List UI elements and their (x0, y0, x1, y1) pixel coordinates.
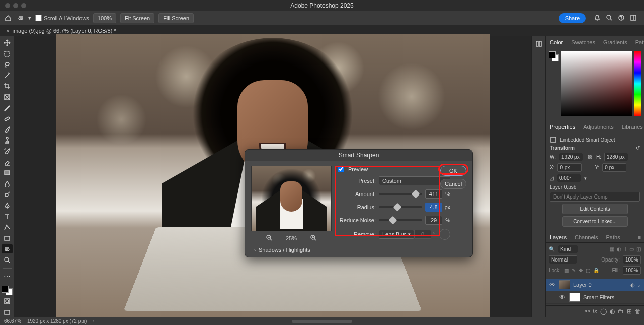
scroll-all-windows-input[interactable] (35, 15, 42, 21)
help-icon[interactable] (618, 14, 625, 22)
shape-tool[interactable] (2, 233, 13, 243)
preset-select[interactable]: Custom▾ (379, 176, 450, 185)
workspace-icon[interactable] (630, 14, 637, 22)
noise-input[interactable]: 29 (425, 216, 442, 225)
path-tool[interactable] (2, 223, 13, 232)
brush-tool[interactable] (2, 125, 13, 135)
layer-collapse-icon[interactable]: ⌄ (637, 282, 641, 288)
preview-checkbox[interactable] (338, 166, 344, 172)
opacity-input[interactable]: 100% (623, 255, 641, 264)
scroll-all-windows-checkbox[interactable]: Scroll All Windows (35, 15, 89, 21)
notifications-icon[interactable] (594, 14, 601, 22)
ok-button[interactable]: OK (440, 166, 466, 176)
hand-tool[interactable] (2, 244, 13, 254)
layer-row-layer0[interactable]: 👁 Layer 0 ◐⌄ (546, 279, 644, 291)
blend-mode-select[interactable]: Normal (549, 255, 577, 264)
healing-tool[interactable] (2, 114, 13, 124)
group-icon[interactable]: 🗀 (618, 308, 624, 315)
eraser-tool[interactable] (2, 158, 13, 167)
status-zoom[interactable]: 66.67% (4, 318, 21, 324)
close-window-icon[interactable] (5, 3, 10, 8)
delete-layer-icon[interactable]: 🗑 (635, 308, 641, 315)
dodge-tool[interactable] (2, 190, 13, 200)
stamp-tool[interactable] (2, 136, 13, 146)
tab-properties[interactable]: Properties (546, 124, 579, 130)
adjustment-layer-icon[interactable]: ◐ (610, 308, 615, 315)
filter-smart-icon[interactable]: ◫ (636, 246, 641, 252)
zoom-tool[interactable] (2, 255, 13, 265)
remove-select[interactable]: Lens Blur▾ (379, 230, 414, 239)
width-input[interactable]: 1920 px (559, 153, 583, 161)
close-tab-icon[interactable]: × (6, 28, 9, 34)
marquee-tool[interactable] (2, 49, 13, 59)
type-tool[interactable] (2, 212, 13, 221)
tab-layers[interactable]: Layers (546, 234, 571, 240)
tab-swatches[interactable]: Swatches (567, 39, 599, 45)
new-layer-icon[interactable]: ⊞ (627, 308, 632, 315)
document-tab[interactable]: × image (9).jpg @ 66.7% (Layer 0, RGB/8)… (3, 28, 116, 34)
amount-slider[interactable] (379, 193, 422, 195)
search-icon[interactable] (606, 14, 613, 22)
move-tool[interactable] (2, 38, 13, 48)
tab-color[interactable]: Color (546, 39, 567, 45)
filter-shape-icon[interactable]: ▭ (629, 246, 634, 252)
layer-mask-icon[interactable]: ◯ (600, 308, 607, 315)
hand-tool-icon[interactable] (17, 14, 24, 22)
history-brush-tool[interactable] (2, 147, 13, 156)
share-button[interactable]: Share (559, 13, 586, 23)
height-input[interactable]: 1280 px (604, 153, 628, 161)
fill-screen-button[interactable]: Fill Screen (158, 13, 194, 23)
filter-mask-thumb[interactable] (569, 293, 580, 302)
layer-row-smartfilters[interactable]: 👁 Smart Filters (546, 291, 644, 304)
link-layers-icon[interactable]: ⚯ (585, 308, 590, 315)
zoom-100-button[interactable]: 100% (93, 13, 116, 23)
edit-toolbar-button[interactable]: ⋯ (2, 272, 13, 282)
minimize-window-icon[interactable] (13, 3, 18, 8)
hue-slider[interactable] (634, 51, 641, 116)
visibility-icon[interactable]: 👁 (549, 281, 556, 288)
eyedropper-tool[interactable] (2, 103, 13, 113)
tab-gradients[interactable]: Gradients (599, 39, 631, 45)
gradient-tool[interactable] (2, 168, 13, 178)
angle-caret-icon[interactable]: ▾ (584, 176, 587, 181)
zoom-in-icon[interactable] (310, 234, 317, 242)
fill-input[interactable]: 100% (623, 266, 641, 275)
filter-pixel-icon[interactable]: ▦ (610, 246, 614, 252)
cancel-button[interactable]: Cancel (440, 179, 466, 189)
horizontal-scrollbar[interactable] (292, 320, 352, 323)
filter-adjust-icon[interactable]: ◐ (617, 246, 621, 252)
shadows-highlights-toggle[interactable]: ›Shadows / Highlights (251, 247, 466, 253)
reset-transform-icon[interactable]: ↺ (636, 145, 640, 151)
visibility-icon[interactable]: 👁 (559, 294, 566, 301)
color-field[interactable] (561, 51, 632, 116)
tab-adjustments[interactable]: Adjustments (579, 124, 618, 130)
link-wh-icon[interactable]: ⛓ (586, 154, 593, 160)
filter-kind-icon[interactable]: 🔍 (549, 246, 555, 252)
tab-channels[interactable]: Channels (571, 234, 602, 240)
layer-comp-select[interactable]: Don't Apply Layer Comp (550, 192, 640, 202)
crop-tool[interactable] (2, 82, 13, 91)
lock-paint-icon[interactable]: ✎ (572, 268, 576, 273)
quick-mask-button[interactable] (2, 297, 13, 306)
amount-input[interactable]: 411 (425, 189, 442, 199)
tool-options-caret-icon[interactable]: ▾ (28, 15, 31, 21)
maximize-window-icon[interactable] (21, 3, 26, 8)
frame-tool[interactable] (2, 93, 13, 102)
edit-contents-button[interactable]: Edit Contents (562, 204, 628, 214)
color-panel-swatch[interactable] (549, 51, 559, 61)
noise-slider[interactable] (379, 219, 422, 221)
collapsed-panel-icon[interactable] (533, 38, 544, 49)
zoom-out-icon[interactable] (266, 234, 273, 242)
layer-thumb[interactable] (559, 280, 570, 289)
status-dims[interactable]: 1920 px x 1280 px (72 ppi) (27, 318, 87, 324)
filter-kind-select[interactable]: Kind (558, 245, 578, 253)
zoom-value[interactable]: 25% (286, 235, 297, 241)
screen-mode-button[interactable] (2, 307, 13, 317)
lock-nest-icon[interactable]: ▢ (586, 268, 590, 273)
angle-input[interactable]: 0.00° (557, 174, 581, 182)
dialog-preview[interactable] (251, 166, 332, 231)
lasso-tool[interactable] (2, 60, 13, 70)
status-caret-icon[interactable]: › (93, 319, 94, 324)
blur-tool[interactable] (2, 179, 13, 189)
selection-tool[interactable] (2, 71, 13, 81)
